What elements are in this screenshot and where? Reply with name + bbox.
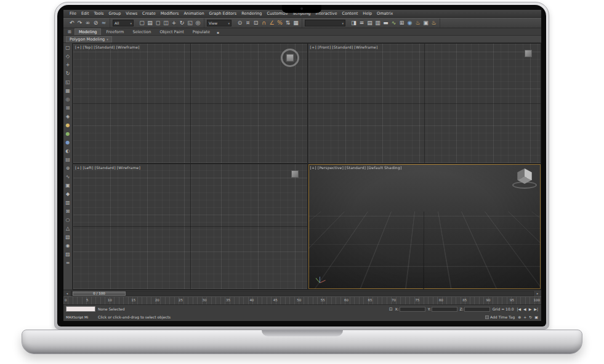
menu-item[interactable]: Create	[140, 11, 158, 16]
left-toolbar-icon[interactable]: ●	[66, 130, 70, 138]
menu-item[interactable]: Content	[339, 11, 360, 16]
select-object-icon[interactable]: ▢	[138, 18, 146, 28]
ribbon-launcher-icon[interactable]: ⊞	[66, 30, 73, 35]
left-toolbar-icon[interactable]: △	[66, 224, 70, 233]
z-coordinate-field[interactable]	[464, 307, 490, 312]
add-time-tag[interactable]: Add Time Tag	[485, 315, 515, 319]
undo-icon[interactable]: ↶	[68, 18, 76, 28]
menu-item[interactable]: Animation	[181, 11, 206, 16]
keyboard-override-icon[interactable]: ⊡	[252, 18, 260, 28]
viewport-perspective[interactable]: [+] [Perspective] [Standard] [Default Sh…	[308, 164, 541, 290]
ribbon-options-icon[interactable]: ▪	[215, 30, 221, 35]
select-and-link-icon[interactable]: ∞	[84, 18, 92, 28]
left-toolbar-icon[interactable]: ◆	[66, 190, 70, 199]
spinner-snap-icon[interactable]: ⇅	[284, 18, 292, 28]
ribbon-tab[interactable]: Populate	[189, 29, 214, 35]
left-toolbar-icon[interactable]: ▨	[65, 250, 70, 259]
left-toolbar-icon[interactable]: ▥	[65, 199, 70, 207]
ribbon-tab[interactable]: Selection	[129, 29, 155, 35]
menu-item[interactable]: Modifiers	[158, 11, 182, 16]
menu-item[interactable]: Tools	[91, 11, 106, 16]
x-coordinate-field[interactable]	[400, 307, 425, 312]
viewcube-icon[interactable]	[291, 170, 299, 178]
render-setup-icon[interactable]: ♨	[414, 18, 422, 28]
y-coordinate-field[interactable]	[432, 307, 457, 312]
left-toolbar-icon[interactable]: ○	[66, 216, 70, 224]
left-toolbar-icon[interactable]: ◇	[66, 52, 70, 61]
play-button[interactable]: ▶	[528, 307, 533, 311]
menu-item[interactable]: Graph Editors	[207, 11, 240, 16]
left-toolbar-icon[interactable]: ▣	[65, 181, 70, 190]
viewport-left[interactable]: [+] [Left] [Standard] [Wireframe]	[73, 164, 307, 290]
viewport-top[interactable]: [+] [Top] [Standard] [Wireframe]	[73, 44, 307, 163]
menu-item[interactable]: Group	[107, 11, 124, 16]
time-slider-track[interactable]: 0 / 100	[71, 291, 534, 296]
rendered-frame-icon[interactable]: ▣	[422, 18, 430, 28]
left-toolbar-icon[interactable]: ⊞	[66, 104, 70, 113]
select-and-scale-icon[interactable]: ◱	[186, 18, 194, 28]
ribbon-tab[interactable]: Freeform	[102, 29, 127, 35]
curve-editor-icon[interactable]: ∿	[390, 18, 398, 28]
window-crossing-icon[interactable]: ◫	[162, 18, 170, 28]
left-toolbar-icon[interactable]: ◈	[66, 113, 70, 121]
left-toolbar-icon[interactable]: ◉	[66, 242, 70, 250]
previous-frame-button[interactable]: ◀	[523, 307, 527, 311]
ribbon-tab[interactable]: Object Paint	[156, 29, 187, 35]
left-toolbar-icon[interactable]: ▤	[65, 156, 70, 164]
left-toolbar-icon[interactable]: ◎	[66, 95, 70, 104]
viewport-label[interactable]: [+] [Perspective] [Standard] [Default Sh…	[310, 165, 402, 170]
edit-named-sets-icon[interactable]: ▦	[292, 18, 300, 28]
left-toolbar-icon[interactable]: ▦	[65, 87, 70, 95]
bind-to-spacewarp-icon[interactable]: ≈	[100, 18, 108, 28]
left-toolbar-icon[interactable]: ▢	[65, 44, 70, 52]
go-to-end-button[interactable]: ▶|	[533, 307, 539, 311]
left-toolbar-icon[interactable]: ◱	[65, 78, 70, 87]
time-forward-arrow-icon[interactable]: ▸	[535, 291, 540, 295]
left-toolbar-icon[interactable]: ⊠	[66, 207, 70, 216]
menu-item[interactable]: Omatrix	[374, 11, 395, 16]
polygon-modeling-tab[interactable]: Polygon Modeling ▾	[66, 36, 112, 42]
left-toolbar-icon[interactable]: ◐	[66, 147, 70, 156]
zoom-icon[interactable]: ⊕	[517, 315, 521, 319]
percent-snap-icon[interactable]: %	[276, 18, 284, 28]
select-and-place-icon[interactable]: ◎	[194, 18, 202, 28]
ribbon-toggle-icon[interactable]: ▬	[382, 18, 390, 28]
snap-toggle-icon[interactable]: ∩	[260, 18, 268, 28]
menu-item[interactable]: Rendering	[239, 11, 264, 16]
left-toolbar-icon[interactable]: +	[66, 61, 70, 69]
redo-icon[interactable]: ↷	[76, 18, 84, 28]
viewcube-icon[interactable]	[525, 50, 532, 57]
track-bar[interactable]: 0510152025303540455055606570758085909510…	[63, 296, 541, 304]
pan-icon[interactable]: +	[523, 315, 527, 319]
go-to-start-button[interactable]: |◀	[516, 307, 521, 311]
named-selection-sets-combo[interactable]: ▾	[305, 20, 345, 26]
orbit-icon[interactable]: ↻	[528, 315, 533, 319]
viewport-label[interactable]: [+] [Front] [Standard] [Wireframe]	[310, 45, 378, 49]
menu-item[interactable]: Views	[123, 11, 140, 16]
left-toolbar-icon[interactable]: ⊕	[66, 164, 70, 173]
viewport-label[interactable]: [+] [Top] [Standard] [Wireframe]	[75, 45, 140, 49]
menu-item[interactable]: File	[67, 11, 79, 16]
select-by-name-icon[interactable]: ▤	[146, 18, 154, 28]
reference-coordinate-combo[interactable]: View ▾	[207, 20, 232, 26]
selection-region-icon[interactable]: ◻	[154, 18, 162, 28]
schematic-view-icon[interactable]: ⊞	[398, 18, 406, 28]
select-and-rotate-icon[interactable]: ↻	[178, 18, 186, 28]
left-toolbar-icon[interactable]: ▧	[65, 233, 70, 242]
selection-filter-combo[interactable]: All ▾	[113, 20, 134, 26]
time-slider-handle[interactable]: 0 / 100	[73, 291, 126, 296]
viewcube-compass[interactable]	[281, 49, 299, 67]
left-toolbar-icon[interactable]: ●	[66, 138, 70, 147]
menu-item[interactable]: Edit	[79, 11, 92, 16]
left-toolbar-icon[interactable]: ∿	[66, 173, 70, 181]
menu-item[interactable]: Help	[360, 11, 374, 16]
maxscript-listener-label[interactable]: MAXScript Mi	[66, 315, 95, 319]
angle-snap-icon[interactable]: ∠	[268, 18, 276, 28]
layer-explorer-icon[interactable]: ▥	[374, 18, 382, 28]
ribbon-tab[interactable]: Modeling	[74, 28, 102, 35]
time-back-arrow-icon[interactable]: ◂	[65, 291, 70, 295]
align-icon[interactable]: ≡	[358, 18, 366, 28]
selection-lock-icon[interactable]: ⊡	[389, 307, 393, 312]
maximize-viewport-icon[interactable]: ▣	[534, 315, 539, 319]
select-and-manipulate-icon[interactable]: ¤	[244, 18, 252, 28]
